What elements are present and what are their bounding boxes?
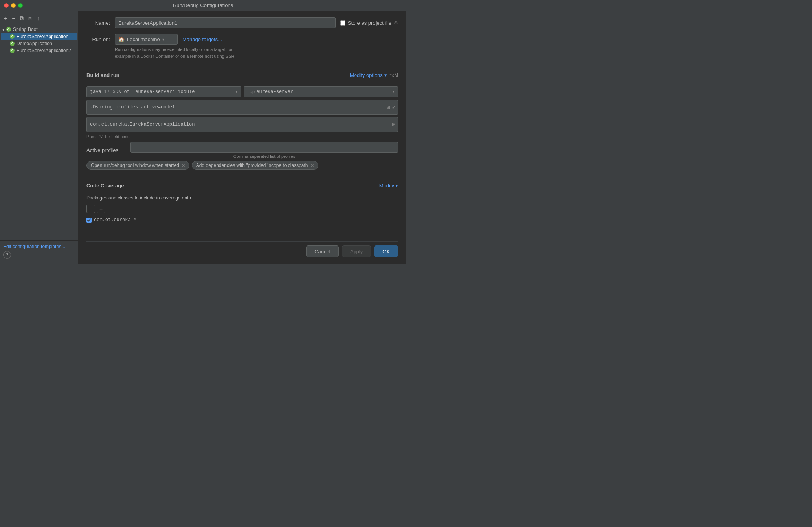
sidebar-section-spring-boot[interactable]: ▾ Spring Boot [0, 26, 78, 33]
divider-2 [86, 176, 398, 176]
coverage-item: com.et.eureka.* [86, 217, 398, 223]
tag-chip-1: Open run/debug tool window when started … [86, 161, 189, 170]
browse-icon[interactable]: ⊞ [392, 122, 396, 127]
svg-point-1 [10, 34, 15, 39]
build-run-title: Build and run [86, 72, 119, 78]
sort-config-button[interactable]: ↕ [35, 15, 41, 22]
tag-close-1[interactable]: ✕ [182, 163, 185, 168]
java-sdk-select[interactable]: java 17 SDK of 'eureka-server' module ▾ [86, 86, 241, 97]
profiles-input[interactable] [130, 142, 398, 153]
coverage-item-label: com.et.eureka.* [94, 217, 136, 223]
code-coverage-title: Code Coverage [86, 183, 124, 188]
manage-targets-link[interactable]: Manage targets... [182, 37, 222, 42]
house-icon: 🏠 [118, 37, 125, 42]
ok-button[interactable]: OK [374, 245, 398, 257]
tag-close-2[interactable]: ✕ [310, 163, 314, 168]
coverage-packages-label: Packages and classes to include in cover… [86, 195, 398, 201]
profiles-container: Comma separated list of profiles [130, 142, 398, 159]
close-button[interactable] [4, 3, 9, 8]
cp-dropdown-arrow: ▾ [392, 90, 395, 94]
main-container: + − ⧉ ⧇ ↕ ▾ Spring Boot EurekaServerAppl… [0, 11, 406, 264]
help-button[interactable]: ? [3, 251, 11, 259]
sidebar-item-eureka2[interactable]: EurekaServerApplication2 [1, 47, 77, 54]
bottom-bar: Cancel Apply OK [86, 241, 398, 257]
name-label: Name: [86, 20, 110, 26]
run-on-section: Run on: 🏠 Local machine ▾ Manage targets… [86, 34, 398, 59]
expand-icon[interactable]: ⊞ [386, 104, 390, 110]
run-hint-line1: Run configurations may be executed local… [115, 47, 233, 52]
run-on-select[interactable]: 🏠 Local machine ▾ [115, 34, 178, 45]
main-class-icons: ⊞ [392, 122, 396, 127]
store-project-checkbox[interactable] [340, 20, 345, 26]
sidebar-item-label-eureka2: EurekaServerApplication2 [17, 48, 71, 53]
coverage-modify-button[interactable]: Modify ▾ [379, 183, 398, 188]
run-hint-line2: example in a Docker Container or on a re… [115, 54, 236, 59]
divider-1 [86, 66, 398, 66]
sidebar-item-demo[interactable]: DemoApplication [1, 40, 77, 47]
sidebar-footer: Edit configuration templates... ? [0, 240, 78, 262]
tag-chip-2: Add dependencies with "provided" scope t… [192, 161, 318, 170]
run-on-row: Run on: 🏠 Local machine ▾ Manage targets… [86, 34, 398, 45]
svg-point-2 [10, 41, 15, 46]
name-input[interactable] [115, 17, 336, 28]
coverage-toolbar: − + [86, 205, 398, 213]
modify-options-button[interactable]: Modify options ▾ [350, 72, 387, 78]
profiles-hint: Comma separated list of profiles [130, 154, 398, 159]
store-project-row: Store as project file ⚙ [340, 20, 398, 26]
title-bar: Run/Debug Configurations [0, 0, 406, 11]
sidebar-toolbar: + − ⧉ ⧇ ↕ [0, 13, 78, 24]
cp-label: eureka-server [256, 89, 293, 95]
fullscreen-icon[interactable]: ⤢ [392, 104, 396, 110]
minimize-button[interactable] [11, 3, 16, 8]
move-config-button[interactable]: ⧇ [27, 14, 33, 22]
run-hint: Run configurations may be executed local… [86, 46, 398, 59]
add-config-button[interactable]: + [2, 15, 9, 22]
maximize-button[interactable] [18, 3, 23, 8]
java-sdk-label: java 17 SDK of 'eureka-server' module [90, 89, 195, 95]
cancel-button[interactable]: Cancel [306, 245, 338, 257]
apply-button[interactable]: Apply [342, 245, 371, 257]
run-on-label: Run on: [86, 37, 110, 42]
sidebar-item-label-eureka1: EurekaServerApplication1 [17, 34, 71, 39]
spring-leaf-icon-2 [9, 41, 15, 46]
coverage-chevron-icon: ▾ [395, 183, 398, 188]
remove-config-button[interactable]: − [10, 15, 17, 22]
coverage-remove-button[interactable]: − [86, 205, 95, 213]
code-coverage-header: Code Coverage Modify ▾ [86, 183, 398, 191]
code-coverage-section: Code Coverage Modify ▾ Packages and clas… [86, 183, 398, 223]
traffic-lights[interactable] [4, 3, 23, 8]
store-project-label: Store as project file [348, 20, 391, 26]
svg-point-0 [6, 27, 11, 32]
build-run-row1: java 17 SDK of 'eureka-server' module ▾ … [86, 86, 398, 97]
section-arrow-icon: ▾ [2, 27, 4, 32]
spring-leaf-icon-1 [9, 34, 15, 39]
vm-options-input[interactable] [86, 100, 398, 115]
cp-select[interactable]: -cp eureka-server ▾ [244, 86, 399, 97]
run-on-dropdown-arrow: ▾ [162, 37, 164, 42]
svg-point-3 [10, 48, 15, 53]
copy-config-button[interactable]: ⧉ [18, 14, 25, 22]
profiles-label: Active profiles: [86, 147, 126, 153]
coverage-modify-label: Modify [379, 183, 394, 188]
sidebar-item-eureka1[interactable]: EurekaServerApplication1 [1, 33, 77, 40]
cp-prefix: -cp [247, 90, 255, 94]
sidebar: + − ⧉ ⧇ ↕ ▾ Spring Boot EurekaServerAppl… [0, 11, 79, 264]
name-row: Name: Store as project file ⚙ [86, 17, 398, 28]
local-machine-label: Local machine [127, 37, 160, 42]
tag-label-2: Add dependencies with "provided" scope t… [196, 163, 308, 168]
coverage-add-button[interactable]: + [97, 205, 105, 213]
window-title: Run/Debug Configurations [173, 2, 233, 8]
tags-row: Open run/debug tool window when started … [86, 161, 398, 170]
sidebar-item-label-demo: DemoApplication [17, 41, 52, 46]
modify-options-label: Modify options [350, 72, 383, 78]
coverage-item-checkbox[interactable] [86, 218, 92, 223]
build-run-fields: java 17 SDK of 'eureka-server' module ▾ … [86, 86, 398, 170]
edit-templates-link[interactable]: Edit configuration templates... [3, 244, 65, 249]
spring-boot-icon [6, 27, 11, 32]
content-panel: Name: Store as project file ⚙ Run on: 🏠 … [79, 11, 406, 264]
gear-icon[interactable]: ⚙ [394, 20, 398, 26]
main-class-input[interactable] [86, 117, 398, 132]
vm-options-icons: ⊞ ⤢ [386, 104, 396, 110]
chevron-down-icon: ▾ [384, 72, 387, 78]
vm-options-container: ⊞ ⤢ [86, 100, 398, 115]
